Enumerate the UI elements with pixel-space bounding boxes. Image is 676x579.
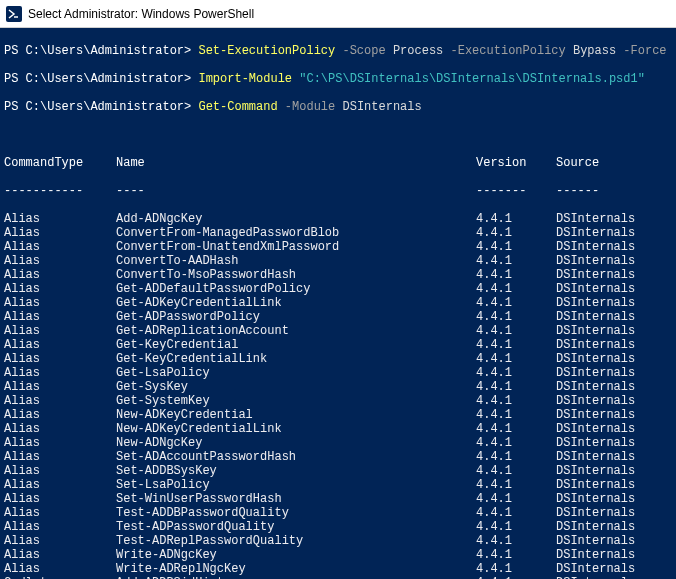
table-row: AliasGet-ADKeyCredentialLink4.4.1DSInter… (4, 296, 672, 310)
table-row: AliasGet-ADPasswordPolicy4.4.1DSInternal… (4, 310, 672, 324)
prompt-line: PS C:\Users\Administrator> Set-Execution… (4, 44, 672, 58)
table-row: AliasTest-ADPasswordQuality4.4.1DSIntern… (4, 520, 672, 534)
table-row: AliasTest-ADReplPasswordQuality4.4.1DSIn… (4, 534, 672, 548)
table-row: AliasConvertFrom-UnattendXmlPassword4.4.… (4, 240, 672, 254)
table-row: AliasSet-LsaPolicy4.4.1DSInternals (4, 478, 672, 492)
table-row: AliasNew-ADKeyCredentialLink4.4.1DSInter… (4, 422, 672, 436)
table-row: AliasGet-SysKey4.4.1DSInternals (4, 380, 672, 394)
prompt-line: PS C:\Users\Administrator> Get-Command -… (4, 100, 672, 114)
table-row: AliasAdd-ADNgcKey4.4.1DSInternals (4, 212, 672, 226)
table-row: AliasGet-KeyCredential4.4.1DSInternals (4, 338, 672, 352)
table-row: AliasTest-ADDBPasswordQuality4.4.1DSInte… (4, 506, 672, 520)
table-header: CommandTypeNameVersionSource (4, 156, 672, 170)
window-titlebar[interactable]: Select Administrator: Windows PowerShell (0, 0, 676, 28)
table-header-divider: ---------------------------- (4, 184, 672, 198)
prompt-line: PS C:\Users\Administrator> Import-Module… (4, 72, 672, 86)
table-row: AliasConvertTo-AADHash4.4.1DSInternals (4, 254, 672, 268)
blank-line (4, 128, 672, 142)
table-row: AliasGet-LsaPolicy4.4.1DSInternals (4, 366, 672, 380)
table-row: AliasGet-SystemKey4.4.1DSInternals (4, 394, 672, 408)
table-row: AliasSet-WinUserPasswordHash4.4.1DSInter… (4, 492, 672, 506)
table-row: AliasGet-ADReplicationAccount4.4.1DSInte… (4, 324, 672, 338)
powershell-icon (6, 6, 22, 22)
table-row: AliasSet-ADDBSysKey4.4.1DSInternals (4, 464, 672, 478)
table-row: AliasGet-ADDefaultPasswordPolicy4.4.1DSI… (4, 282, 672, 296)
table-row: AliasConvertTo-MsoPasswordHash4.4.1DSInt… (4, 268, 672, 282)
table-row: AliasConvertFrom-ManagedPasswordBlob4.4.… (4, 226, 672, 240)
table-row: AliasNew-ADNgcKey4.4.1DSInternals (4, 436, 672, 450)
table-row: AliasSet-ADAccountPasswordHash4.4.1DSInt… (4, 450, 672, 464)
table-row: AliasWrite-ADReplNgcKey4.4.1DSInternals (4, 562, 672, 576)
table-row: AliasWrite-ADNgcKey4.4.1DSInternals (4, 548, 672, 562)
table-row: AliasNew-ADKeyCredential4.4.1DSInternals (4, 408, 672, 422)
table-row: AliasGet-KeyCredentialLink4.4.1DSInterna… (4, 352, 672, 366)
terminal-output[interactable]: PS C:\Users\Administrator> Set-Execution… (0, 28, 676, 579)
window-title: Select Administrator: Windows PowerShell (28, 7, 254, 21)
